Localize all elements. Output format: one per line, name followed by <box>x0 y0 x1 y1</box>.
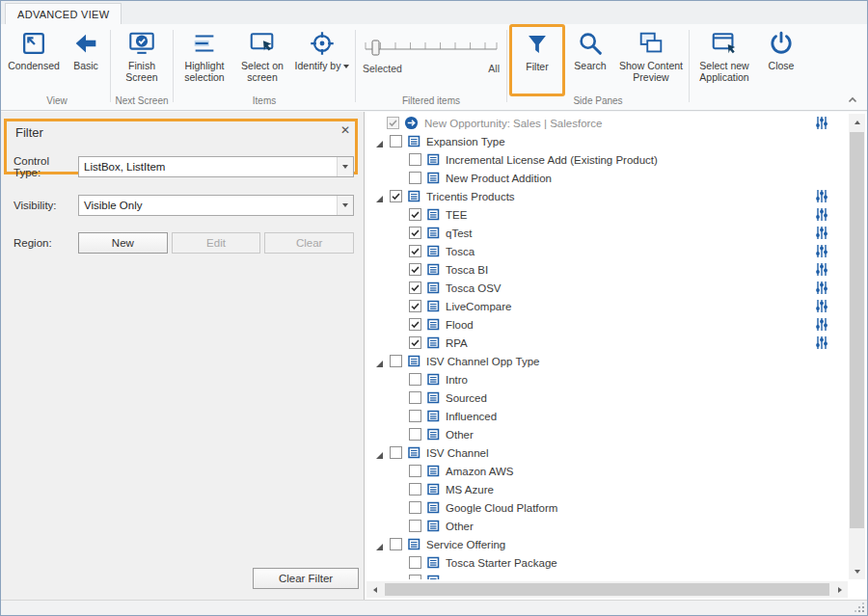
close-button[interactable]: Close <box>758 26 804 95</box>
vertical-scrollbar[interactable] <box>849 114 865 579</box>
tree-item-row[interactable]: RPA <box>366 334 848 352</box>
item-checkbox[interactable] <box>409 428 421 441</box>
item-checkbox[interactable] <box>409 373 421 386</box>
clear-filter-button[interactable]: Clear Filter <box>253 568 359 589</box>
item-checkbox[interactable] <box>409 245 421 257</box>
tree-item-row[interactable]: Tosca BI <box>366 260 848 279</box>
tree-item-row[interactable]: Tosca OSV <box>366 279 848 297</box>
select-on-screen-button[interactable]: Select on screen <box>234 26 290 95</box>
tree-item-row[interactable]: New Product Addition <box>366 169 848 187</box>
filter-pane-button[interactable]: Filter <box>512 27 562 92</box>
finish-screen-button[interactable]: Finish Screen <box>112 26 172 95</box>
tree-item-row[interactable]: qTest <box>366 224 848 242</box>
steering-filter-icon[interactable] <box>815 116 828 130</box>
item-checkbox[interactable] <box>409 263 421 276</box>
tree-item-row[interactable]: Incremental License Add (Existing Produc… <box>366 150 848 169</box>
region-clear-button[interactable]: Clear <box>264 232 354 254</box>
tree-item-row[interactable]: Tricentis Products <box>366 187 848 205</box>
item-checkbox[interactable] <box>409 208 421 221</box>
expander-icon[interactable] <box>373 355 386 367</box>
scroll-right-button[interactable] <box>831 581 848 598</box>
expander-icon[interactable] <box>373 190 386 202</box>
steering-filter-icon[interactable] <box>815 299 828 313</box>
vertical-scroll-track[interactable] <box>849 130 865 563</box>
tree-root-row[interactable]: New Opportunity: Sales | Salesforce <box>366 114 848 132</box>
tree-item-row[interactable]: Tosca <box>366 242 848 260</box>
tree-item-row[interactable]: Intro <box>366 370 848 388</box>
tree-item-row[interactable]: Google Cloud Platform <box>366 498 848 517</box>
steering-filter-icon[interactable] <box>815 207 828 222</box>
tree-item-row[interactable]: Service Offering <box>366 535 848 553</box>
item-checkbox[interactable] <box>409 410 421 422</box>
root-checkbox[interactable] <box>387 117 399 129</box>
item-checkbox[interactable] <box>409 318 421 331</box>
item-checkbox[interactable] <box>409 465 421 477</box>
tree-item-row[interactable]: TEE <box>366 205 848 224</box>
tree-item-row[interactable]: Other <box>366 517 848 535</box>
item-checkbox[interactable] <box>409 391 421 404</box>
item-checkbox[interactable] <box>409 172 421 184</box>
steering-filter-icon[interactable] <box>815 189 828 203</box>
slider-track[interactable] <box>361 34 502 57</box>
item-checkbox[interactable] <box>390 446 402 459</box>
resize-grip[interactable] <box>854 603 864 612</box>
show-content-preview-button[interactable]: Show Content Preview <box>614 26 688 95</box>
region-new-button[interactable]: New <box>78 232 168 254</box>
tree-item-row[interactable]: Flood <box>366 315 848 334</box>
steering-filter-icon[interactable] <box>815 262 828 277</box>
basic-button[interactable]: Basic <box>63 26 109 95</box>
condensed-button[interactable]: Condensed <box>5 26 63 95</box>
item-checkbox[interactable] <box>409 153 421 166</box>
steering-filter-icon[interactable] <box>815 226 828 240</box>
search-button[interactable]: Search <box>566 26 614 95</box>
steering-filter-icon[interactable] <box>815 317 828 332</box>
highlight-selection-button[interactable]: Highlight selection <box>175 26 234 95</box>
tree-item-row[interactable]: ISV Channel Opp Type <box>366 352 848 370</box>
vertical-scroll-thumb[interactable] <box>850 132 864 528</box>
control-type-dropdown-button[interactable] <box>337 157 353 176</box>
tree-item-row[interactable]: Other <box>366 425 848 443</box>
scroll-up-button[interactable] <box>849 114 865 130</box>
expander-icon[interactable] <box>373 446 386 459</box>
control-type-combobox[interactable]: ListBox, ListItem <box>78 156 354 177</box>
tree-item-row[interactable]: Tosca Starter Package <box>366 553 848 572</box>
tree-item-row[interactable]: Sourced <box>366 388 848 407</box>
visibility-dropdown-button[interactable] <box>337 196 353 215</box>
tree-item-row[interactable]: MS Azure <box>366 480 848 498</box>
item-checkbox[interactable] <box>390 355 402 367</box>
item-checkbox[interactable] <box>409 556 421 569</box>
tree-item-row[interactable]: Amazon AWS <box>366 462 848 480</box>
visibility-combobox[interactable]: Visible Only <box>78 195 354 216</box>
tree-item-row[interactable]: Expansion Type <box>366 132 848 150</box>
item-checkbox[interactable] <box>409 227 421 239</box>
item-checkbox[interactable] <box>409 501 421 514</box>
scroll-left-button[interactable] <box>366 581 383 598</box>
item-checkbox[interactable] <box>409 300 421 312</box>
expander-icon[interactable] <box>373 538 386 550</box>
close-filter-pane-icon[interactable]: ✕ <box>340 123 350 137</box>
horizontal-scrollbar[interactable] <box>366 581 848 598</box>
item-checkbox[interactable] <box>390 538 402 550</box>
item-checkbox[interactable] <box>409 281 421 294</box>
slider-thumb[interactable] <box>372 40 379 55</box>
tab-advanced-view[interactable]: ADVANCED VIEW <box>5 3 122 24</box>
item-checkbox[interactable] <box>409 336 421 349</box>
item-checkbox[interactable] <box>409 575 421 579</box>
filtered-items-slider[interactable]: Selected All <box>357 26 505 74</box>
expander-icon[interactable] <box>373 135 386 147</box>
region-edit-button[interactable]: Edit <box>172 232 261 254</box>
scroll-down-button[interactable] <box>849 563 865 579</box>
steering-filter-icon[interactable] <box>815 335 828 350</box>
horizontal-scroll-thumb[interactable] <box>385 583 829 596</box>
item-checkbox[interactable] <box>409 520 421 532</box>
identify-by-button[interactable]: Identify by <box>290 26 354 95</box>
tree-item-row[interactable]: ISV Channel <box>366 443 848 462</box>
tree-item-row[interactable]: LiveCompare <box>366 297 848 315</box>
item-checkbox[interactable] <box>390 190 402 202</box>
collapse-ribbon-button[interactable] <box>845 94 860 107</box>
tree-item-row[interactable] <box>366 572 848 579</box>
select-new-application-button[interactable]: Select new Application <box>691 26 758 95</box>
item-checkbox[interactable] <box>409 483 421 495</box>
item-checkbox[interactable] <box>390 135 402 147</box>
steering-filter-icon[interactable] <box>815 244 828 258</box>
